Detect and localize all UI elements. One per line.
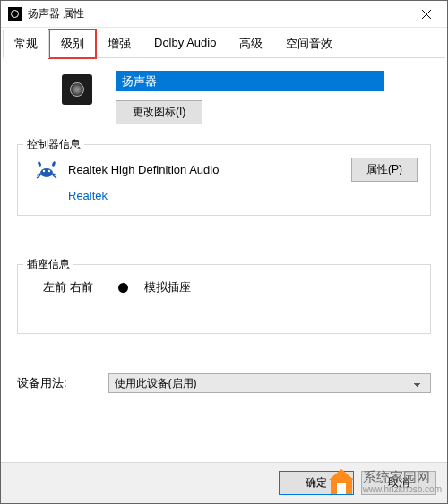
close-button[interactable] — [406, 1, 447, 28]
properties-window: 扬声器 属性 常规 级别 增强 Dolby Audio 高级 空间音效 更改图标… — [0, 0, 448, 504]
close-icon — [422, 10, 431, 19]
device-header-row: 更改图标(I) — [62, 71, 431, 124]
svg-point-0 — [40, 168, 53, 177]
tab-enhancements[interactable]: 增强 — [96, 30, 142, 58]
controller-fieldset: 控制器信息 Realtek High Definition Audio 属性(P… — [17, 144, 431, 216]
device-name-input[interactable] — [116, 71, 384, 91]
usage-label: 设备用法: — [17, 375, 67, 391]
jack-type: 模拟插座 — [144, 279, 191, 295]
window-title: 扬声器 属性 — [28, 6, 406, 21]
tab-dolby[interactable]: Dolby Audio — [142, 30, 228, 58]
speaker-app-icon — [8, 7, 22, 21]
tab-general[interactable]: 常规 — [3, 30, 49, 58]
controller-name: Realtek High Definition Audio — [68, 163, 342, 176]
svg-point-1 — [43, 169, 45, 171]
watermark-text-block: 系统家园网 www.hnzkhbsb.com — [363, 469, 442, 494]
controller-properties-button[interactable]: 属性(P) — [351, 158, 418, 182]
svg-point-2 — [48, 169, 50, 171]
jack-color-dot — [118, 283, 128, 293]
controller-row: Realtek High Definition Audio 属性(P) — [30, 158, 418, 182]
jack-legend: 插座信息 — [23, 257, 73, 272]
change-icon-button[interactable]: 更改图标(I) — [116, 100, 202, 124]
watermark: 系统家园网 www.hnzkhbsb.com — [325, 466, 442, 498]
name-column: 更改图标(I) — [116, 71, 431, 124]
jack-position: 左前 右前 — [43, 279, 93, 295]
jack-fieldset: 插座信息 左前 右前 模拟插座 — [17, 264, 431, 334]
svg-rect-3 — [337, 483, 346, 494]
titlebar: 扬声器 属性 — [1, 1, 447, 28]
jack-row: 左前 右前 模拟插座 — [43, 279, 418, 295]
usage-select[interactable]: 使用此设备(启用) — [108, 373, 431, 393]
controller-vendor: Realtek — [68, 189, 418, 202]
realtek-crab-icon — [34, 159, 59, 181]
tab-content: 更改图标(I) 控制器信息 Realtek High Definition Au… — [1, 58, 447, 461]
speaker-icon — [62, 74, 92, 105]
usage-row: 设备用法: 使用此设备(启用) — [17, 373, 431, 393]
tab-bar: 常规 级别 增强 Dolby Audio 高级 空间音效 — [1, 28, 447, 58]
tab-spatial[interactable]: 空间音效 — [274, 30, 344, 58]
watermark-logo-icon — [325, 466, 358, 498]
tab-levels[interactable]: 级别 — [49, 30, 96, 58]
watermark-url: www.hnzkhbsb.com — [363, 484, 442, 494]
tab-advanced[interactable]: 高级 — [228, 30, 274, 58]
controller-legend: 控制器信息 — [23, 137, 84, 152]
